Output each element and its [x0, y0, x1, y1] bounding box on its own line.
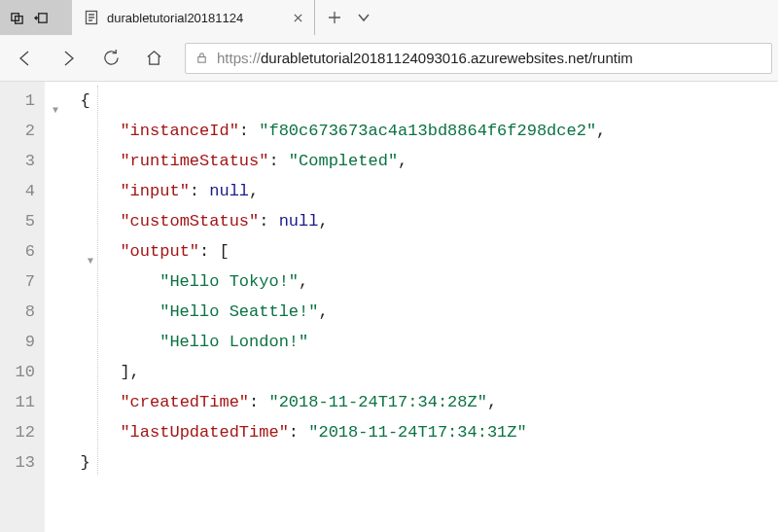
line-number: 6 — [0, 236, 35, 266]
line-number: 8 — [0, 297, 35, 327]
titlebar: durabletutorial20181124 — [0, 0, 778, 35]
line-number: 10 — [0, 357, 35, 387]
address-bar[interactable]: https://durabletutorial20181124093016.az… — [185, 43, 772, 74]
tab-dropdown-icon[interactable] — [356, 10, 371, 25]
line-number: 3 — [0, 146, 35, 176]
line-number: 1 — [0, 86, 35, 116]
browser-tab[interactable]: durabletutorial20181124 — [72, 0, 315, 35]
lock-icon — [195, 52, 209, 65]
code-line: ▼ { — [45, 86, 606, 116]
code-line: ], — [45, 357, 606, 387]
url-host-path: durabletutorial20181124093016.azurewebsi… — [261, 50, 633, 66]
line-number: 4 — [0, 176, 35, 206]
forward-button[interactable] — [49, 39, 88, 78]
code-line: "createdTime": "2018-11-24T17:34:28Z", — [45, 387, 606, 417]
url-protocol: https:// — [217, 50, 261, 66]
home-button[interactable] — [134, 39, 173, 78]
line-number: 7 — [0, 266, 35, 297]
code-line: "input": null, — [45, 176, 606, 206]
line-number: 12 — [0, 417, 35, 447]
line-number: 11 — [0, 387, 35, 417]
tabs-aside-icon[interactable] — [10, 11, 24, 25]
line-number: 13 — [0, 447, 35, 478]
refresh-button[interactable] — [91, 39, 130, 78]
page-favicon — [84, 10, 99, 25]
code-line: ▼ "output": [ — [45, 236, 606, 266]
code-line: "instanceId": "f80c673673ac4a13bd8864f6f… — [45, 116, 606, 146]
back-button[interactable] — [6, 39, 45, 78]
code-line: "Hello Tokyo!", — [45, 266, 606, 297]
toolbar: https://durabletutorial20181124093016.az… — [0, 35, 778, 82]
code-line: } — [45, 447, 606, 478]
svg-rect-2 — [39, 13, 47, 21]
line-number: 5 — [0, 206, 35, 236]
line-number-gutter: 1 2 3 4 5 6 7 8 9 10 11 12 13 — [0, 82, 45, 532]
url-text: https://durabletutorial20181124093016.az… — [217, 50, 761, 66]
json-viewer: 1 2 3 4 5 6 7 8 9 10 11 12 13 ▼ { "insta… — [0, 82, 778, 532]
json-source[interactable]: ▼ { "instanceId": "f80c673673ac4a13bd886… — [45, 82, 606, 532]
close-tab-icon[interactable] — [291, 11, 304, 24]
tab-strip-actions — [315, 0, 778, 35]
code-line: "Hello London!" — [45, 327, 606, 357]
titlebar-left-controls — [0, 0, 72, 35]
tab-title: durabletutorial20181124 — [107, 11, 283, 25]
svg-rect-4 — [198, 56, 205, 62]
code-line: "lastUpdatedTime": "2018-11-24T17:34:31Z… — [45, 417, 606, 447]
code-line: "Hello Seattle!", — [45, 297, 606, 327]
code-line: "runtimeStatus": "Completed", — [45, 146, 606, 176]
code-line: "customStatus": null, — [45, 206, 606, 236]
line-number: 9 — [0, 327, 35, 357]
new-tab-icon[interactable] — [327, 10, 342, 25]
line-number: 2 — [0, 116, 35, 146]
set-aside-icon[interactable] — [34, 11, 49, 25]
